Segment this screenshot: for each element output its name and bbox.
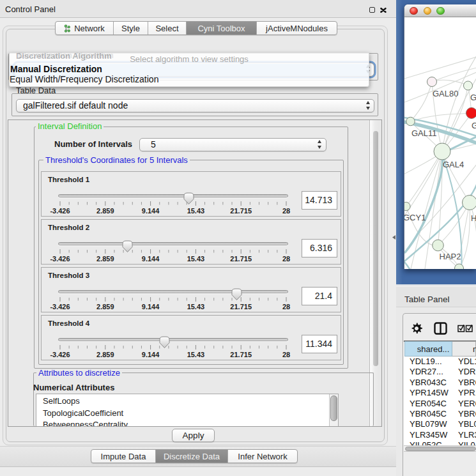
svg-text:H: H [471,213,476,223]
svg-text:GAL4: GAL4 [443,160,464,169]
svg-text:GA: GA [470,93,476,102]
svg-text:HAP2: HAP2 [440,252,461,261]
svg-text:GAL80: GAL80 [433,89,458,98]
svg-text:G: G [472,121,476,130]
svg-text:GAL11: GAL11 [411,128,437,138]
svg-text:GCY1: GCY1 [404,213,426,222]
